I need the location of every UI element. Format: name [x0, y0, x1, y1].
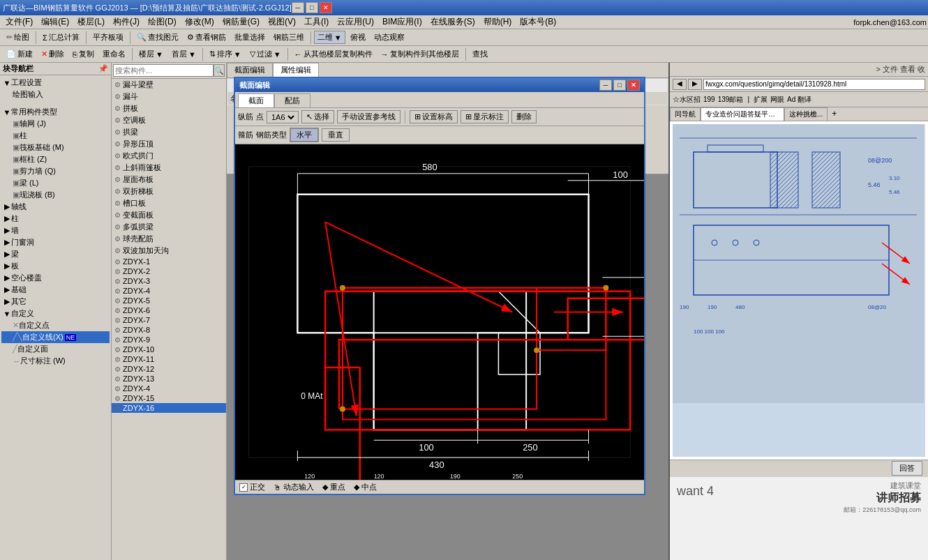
- left-tree[interactable]: ▼ 工程设置 绘图输入 ▼ 常用构件类型 ▣ 轴: [0, 75, 111, 560]
- comp-item[interactable]: ⚙槽口板: [112, 197, 226, 209]
- comp-item[interactable]: ⚙ZDYX-10: [112, 345, 226, 354]
- toolbar-topview-btn[interactable]: 俯视: [347, 31, 369, 44]
- toolbar-new-btn[interactable]: 📄 新建: [3, 47, 36, 61]
- browser-star-item[interactable]: ☆水区招: [673, 95, 701, 105]
- comp-item[interactable]: ⚙多弧拱梁: [112, 221, 226, 233]
- menu-version[interactable]: 版本号(B): [516, 15, 560, 29]
- tree-item-wall[interactable]: ▶ 墙: [1, 225, 110, 236]
- nav-pin-icon[interactable]: 📌: [98, 64, 108, 73]
- toolbar-copy-btn[interactable]: ⎘ 复制: [69, 47, 98, 61]
- minimize-button[interactable]: ─: [292, 2, 304, 13]
- comp-item[interactable]: ⚙球壳配筋: [112, 233, 226, 245]
- menu-view[interactable]: 视图(V): [264, 15, 300, 29]
- browser-content[interactable]: 08@200 5.46 190 190 480 08@20: [670, 121, 928, 460]
- maximize-button[interactable]: □: [306, 2, 318, 13]
- comp-item[interactable]: ⚙ZDYX-8: [112, 325, 226, 335]
- comp-item[interactable]: ⚙屋面布板: [112, 174, 226, 186]
- tree-item-col2[interactable]: ▶ 柱: [1, 213, 110, 225]
- browser-tab-eave[interactable]: 这种挑檐...: [784, 107, 828, 121]
- browser-expand-item[interactable]: 扩展: [754, 95, 768, 105]
- browser-new-tab-btn[interactable]: +: [828, 107, 841, 121]
- browser-email-item[interactable]: 199: [703, 96, 715, 103]
- line-select[interactable]: 1A6: [269, 112, 297, 122]
- show-label-btn[interactable]: ⊞ 显示标注: [461, 110, 509, 123]
- zhengji-checkbox[interactable]: ✓: [239, 483, 248, 492]
- tree-item-shearwall[interactable]: ▣ 剪力墙 (Q): [1, 165, 110, 177]
- menu-help[interactable]: 帮助(H): [479, 15, 516, 29]
- search-button[interactable]: 🔍: [214, 64, 225, 77]
- comp-item[interactable]: ⚙ZDYX-5: [112, 296, 226, 305]
- browser-fwd-btn[interactable]: ▶: [688, 79, 702, 90]
- menu-bim[interactable]: BIM应用(I): [378, 15, 426, 29]
- tree-item-beam2[interactable]: ▶ 梁: [1, 248, 110, 260]
- comp-item[interactable]: ⚙ZDYX-9: [112, 335, 226, 345]
- set-height-btn[interactable]: ⊞ 设置标高: [410, 110, 458, 123]
- horizontal-btn[interactable]: 水平: [290, 128, 319, 142]
- tree-item-other[interactable]: ▶ 其它: [1, 296, 110, 308]
- tree-item-hollow[interactable]: ▶ 空心楼盖: [1, 272, 110, 284]
- comp-item[interactable]: ⚙空调板: [112, 114, 226, 126]
- comp-item[interactable]: ⚙ZDYX-12: [112, 364, 226, 374]
- select-btn[interactable]: ↖ 选择: [301, 110, 334, 123]
- dialog-maximize-btn[interactable]: □: [613, 80, 626, 91]
- toolbar-dynamic-view-btn[interactable]: 动态观察: [371, 31, 408, 44]
- comp-item[interactable]: ⚙漏斗: [112, 91, 226, 103]
- comp-item[interactable]: ⚙拱梁: [112, 126, 226, 138]
- tree-item-door[interactable]: ▶ 门窗洞: [1, 236, 110, 248]
- toolbar-rename-btn[interactable]: 重命名: [99, 47, 129, 61]
- browser-tab-qa[interactable]: 专业造价问题答疑平台-广联达: [701, 107, 784, 121]
- tree-item-slab[interactable]: ▣ 现浇板 (B): [1, 189, 110, 201]
- comp-item[interactable]: ⚙漏斗梁壁: [112, 79, 226, 91]
- browser-ad-item[interactable]: Ad 翻译: [787, 95, 811, 105]
- tab-section-edit[interactable]: 截面编辑: [227, 63, 273, 77]
- tree-item-framecol[interactable]: ▣ 框柱 (Z): [1, 153, 110, 165]
- menu-floor[interactable]: 楼层(L): [73, 15, 109, 29]
- section-canvas[interactable]: 100 100: [235, 144, 644, 480]
- tree-item-raft[interactable]: ▣ 筏板基础 (M): [1, 142, 110, 153]
- comp-item[interactable]: ⚙ZDYX-6: [112, 305, 226, 315]
- tree-item-settings[interactable]: ▼ 工程设置: [1, 77, 110, 89]
- comp-item[interactable]: ⚙ZDYX-11: [112, 354, 226, 364]
- menu-rebar[interactable]: 钢筋量(G): [218, 15, 264, 29]
- dialog-minimize-btn[interactable]: ─: [599, 80, 612, 91]
- comp-item[interactable]: ⚙ZDYX-15: [112, 393, 226, 403]
- tree-item-dim[interactable]: ↔ 尺寸标注 (W): [1, 355, 110, 367]
- comp-item[interactable]: ⚙双波加加天沟: [112, 245, 226, 257]
- tree-item-custom[interactable]: ▼ 自定义: [1, 308, 110, 319]
- comp-item[interactable]: ⚙异形压顶: [112, 138, 226, 150]
- tree-item-common[interactable]: ▼ 常用构件类型: [1, 106, 110, 118]
- toolbar-line-dropdown[interactable]: 1A6: [267, 111, 299, 123]
- tree-item-axisline[interactable]: ▶ 轴线: [1, 201, 110, 213]
- comp-item[interactable]: ⚙ZDYX-4: [112, 384, 226, 393]
- dialog-close-btn[interactable]: ✕: [627, 80, 640, 91]
- toolbar-sort-btn[interactable]: ⇅ 排序▼: [206, 47, 245, 61]
- comp-item[interactable]: ⚙ZDYX-4: [112, 286, 226, 296]
- tree-item-foundation[interactable]: ▶ 基础: [1, 284, 110, 296]
- browser-url-input[interactable]: [703, 79, 925, 90]
- comp-item[interactable]: ⚙拼板: [112, 103, 226, 114]
- toolbar-firstfloor-btn[interactable]: 首层▼: [168, 47, 200, 61]
- comp-item[interactable]: ⚙ZDYX-1: [112, 257, 226, 266]
- menu-modify[interactable]: 修改(M): [181, 15, 218, 29]
- comp-item[interactable]: ⚙双折梯板: [112, 186, 226, 197]
- toolbar-search-btn[interactable]: 查找: [469, 47, 491, 61]
- toolbar-floor-btn[interactable]: 楼层▼: [135, 47, 167, 61]
- browser-tab-nav[interactable]: 同导航: [670, 107, 701, 121]
- menu-edit[interactable]: 编辑(E): [37, 15, 73, 29]
- dialog-tab-section[interactable]: 截面: [238, 93, 274, 107]
- toolbar-copy-from-floor-btn[interactable]: ← 从其他楼层复制构件: [291, 47, 376, 61]
- toolbar-delete-btn[interactable]: ✕ 删除: [38, 47, 68, 61]
- toolbar-2d-btn[interactable]: 二维▼: [314, 31, 345, 44]
- answer-btn[interactable]: 回答: [892, 461, 922, 476]
- toolbar-filter-btn[interactable]: ▽ 过滤▼: [246, 47, 285, 61]
- comp-item-selected[interactable]: ⚙ZDYX-16: [112, 403, 226, 413]
- menu-online[interactable]: 在线服务(S): [426, 15, 479, 29]
- tree-item-column[interactable]: ▣ 柱: [1, 130, 110, 142]
- auto-ref-btn[interactable]: 手动设置参考线: [337, 110, 401, 123]
- tab-props-edit[interactable]: 属性编辑: [273, 63, 319, 77]
- menu-component[interactable]: 构件(J): [109, 15, 144, 29]
- menu-cloud[interactable]: 云应用(U): [333, 15, 378, 29]
- close-button[interactable]: ✕: [320, 2, 332, 13]
- comp-item[interactable]: ⚙变截面板: [112, 209, 226, 221]
- toolbar-batch-select-btn[interactable]: 批量选择: [231, 31, 269, 44]
